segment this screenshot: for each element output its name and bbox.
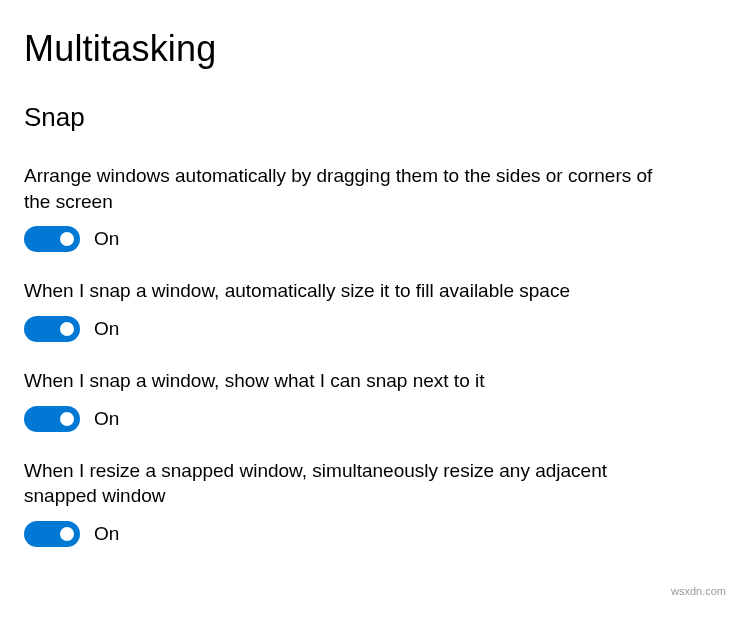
toggle-knob-icon (60, 322, 74, 336)
section-title-snap: Snap (24, 102, 708, 133)
toggle-state-label: On (94, 228, 119, 250)
setting-label: Arrange windows automatically by draggin… (24, 163, 684, 214)
toggle-snap-resize[interactable] (24, 521, 80, 547)
toggle-row: On (24, 521, 708, 547)
toggle-row: On (24, 316, 708, 342)
setting-snap-fill: When I snap a window, automatically size… (24, 278, 708, 342)
toggle-snap-fill[interactable] (24, 316, 80, 342)
watermark: wsxdn.com (671, 585, 726, 597)
toggle-knob-icon (60, 412, 74, 426)
setting-snap-assist: When I snap a window, show what I can sn… (24, 368, 708, 432)
setting-label: When I snap a window, show what I can sn… (24, 368, 684, 394)
setting-snap-arrange: Arrange windows automatically by draggin… (24, 163, 708, 252)
toggle-snap-assist[interactable] (24, 406, 80, 432)
setting-snap-resize: When I resize a snapped window, simultan… (24, 458, 708, 547)
page-title: Multitasking (24, 28, 708, 70)
toggle-knob-icon (60, 527, 74, 541)
toggle-state-label: On (94, 523, 119, 545)
toggle-state-label: On (94, 408, 119, 430)
toggle-snap-arrange[interactable] (24, 226, 80, 252)
toggle-row: On (24, 406, 708, 432)
toggle-row: On (24, 226, 708, 252)
setting-label: When I snap a window, automatically size… (24, 278, 684, 304)
setting-label: When I resize a snapped window, simultan… (24, 458, 684, 509)
toggle-knob-icon (60, 232, 74, 246)
toggle-state-label: On (94, 318, 119, 340)
